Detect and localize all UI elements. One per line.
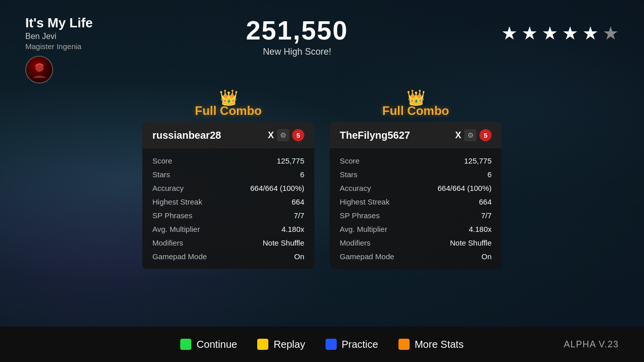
version-label: ALPHA V.23 <box>564 339 619 350</box>
replay-button[interactable]: Replay <box>257 339 305 350</box>
toolbar: Continue Replay Practice More Stats ALPH… <box>0 327 644 362</box>
player-1-header: russianbear28 X ⚙ 5 <box>142 122 314 148</box>
star-2: ★ <box>521 23 538 44</box>
stat-label: SP Phrases <box>340 211 380 220</box>
practice-label: Practice <box>342 339 378 350</box>
stat-row: Score 125,775 <box>152 156 304 165</box>
stat-label: Score <box>340 156 359 165</box>
song-charter: Magister Ingenia <box>25 42 93 51</box>
badge-gear-2: ⚙ <box>464 129 476 141</box>
star-5: ★ <box>582 23 598 44</box>
practice-dot <box>326 339 337 350</box>
player-2-badges: X ⚙ 5 <box>455 129 492 141</box>
stat-label: SP Phrases <box>152 211 192 220</box>
stat-value: 664 <box>479 197 492 206</box>
stat-row: Avg. Multiplier 4.180x <box>340 225 492 233</box>
stat-label: Highest Streak <box>340 197 389 206</box>
star-4: ★ <box>562 23 578 44</box>
stat-label: Accuracy <box>152 184 184 192</box>
stat-label: Stars <box>340 170 357 179</box>
stat-row: SP Phrases 7/7 <box>340 211 492 220</box>
stat-value: 664/664 (100%) <box>250 184 304 192</box>
full-combo-text-2: Full Combo <box>382 104 449 117</box>
continue-dot <box>180 339 191 350</box>
stat-label: Score <box>152 156 172 165</box>
player-2-card: TheFilyng5627 X ⚙ 5 Score 125,775 <box>330 122 502 269</box>
stat-row: Gamepad Mode On <box>152 252 304 261</box>
more-stats-dot <box>398 339 410 350</box>
continue-label: Continue <box>196 339 237 350</box>
stat-value: 664 <box>292 197 304 206</box>
stat-label: Stars <box>152 170 170 179</box>
stat-row: Modifiers Note Shuffle <box>340 238 492 247</box>
stat-label: Modifiers <box>340 238 371 247</box>
stat-value: 125,775 <box>464 156 492 165</box>
stars-container: ★ ★ ★ ★ ★ ★ <box>501 15 619 44</box>
stat-value: Note Shuffle <box>263 238 304 247</box>
badge-num-2: 5 <box>479 129 492 141</box>
stat-row: Highest Streak 664 <box>340 197 492 206</box>
stat-row: Avg. Multiplier 4.180x <box>152 225 304 233</box>
stat-label: Highest Streak <box>152 197 202 206</box>
stat-label: Gamepad Mode <box>340 252 394 261</box>
stat-row: Gamepad Mode On <box>340 252 492 261</box>
player-1-column: 👑 Full Combo russianbear28 X ⚙ 5 <box>142 89 314 269</box>
stat-row: SP Phrases 7/7 <box>152 211 304 220</box>
song-info: It's My Life Ben Jevi Magister Ingenia <box>25 15 93 84</box>
stat-row: Highest Streak 664 <box>152 197 304 206</box>
continue-button[interactable]: Continue <box>180 339 237 350</box>
stat-value: 6 <box>300 170 304 179</box>
song-artist: Ben Jevi <box>25 32 93 41</box>
stat-row: Modifiers Note Shuffle <box>152 238 304 247</box>
stat-value: 664/664 (100%) <box>437 184 492 192</box>
score-center: 251,550 New High Score! <box>246 15 348 57</box>
stat-label: Avg. Multiplier <box>340 225 387 233</box>
player-2-full-combo: 👑 Full Combo <box>330 89 502 118</box>
replay-label: Replay <box>273 339 305 350</box>
stat-value: 7/7 <box>481 211 492 220</box>
player-2-name: TheFilyng5627 <box>340 130 410 141</box>
stat-value: 4.180x <box>469 225 492 233</box>
player-1-stats: Score 125,775 Stars 6 Accuracy 664/664 (… <box>142 148 314 269</box>
player-2-stats: Score 125,775 Stars 6 Accuracy 664/664 (… <box>330 148 502 269</box>
replay-dot <box>257 339 268 350</box>
badge-x-2: X <box>455 130 461 141</box>
player-1-badges: X ⚙ 5 <box>268 129 304 141</box>
song-text: It's My Life Ben Jevi Magister Ingenia <box>25 15 93 84</box>
practice-button[interactable]: Practice <box>326 339 378 350</box>
player-1-card: russianbear28 X ⚙ 5 Score 125,775 <box>142 122 314 269</box>
stat-label: Accuracy <box>340 184 371 192</box>
stat-row: Stars 6 <box>340 170 492 179</box>
score-value: 251,550 <box>246 15 348 46</box>
score-label: New High Score! <box>246 47 348 57</box>
stat-row: Accuracy 664/664 (100%) <box>340 184 492 192</box>
stat-label: Avg. Multiplier <box>152 225 200 233</box>
full-combo-text-1: Full Combo <box>195 104 262 117</box>
stat-value: 4.180x <box>281 225 304 233</box>
player-1-full-combo: 👑 Full Combo <box>142 89 314 118</box>
badge-num-1: 5 <box>292 129 304 141</box>
stat-row: Score 125,775 <box>340 156 492 165</box>
avatar <box>25 56 53 84</box>
header: It's My Life Ben Jevi Magister Ingenia 2… <box>0 0 644 84</box>
stat-value: 6 <box>488 170 492 179</box>
stat-row: Accuracy 664/664 (100%) <box>152 184 304 192</box>
stat-value: 125,775 <box>277 156 304 165</box>
stat-value: Note Shuffle <box>450 238 492 247</box>
more-stats-button[interactable]: More Stats <box>398 339 464 350</box>
stat-label: Gamepad Mode <box>152 252 207 261</box>
star-3: ★ <box>542 23 558 44</box>
stat-label: Modifiers <box>152 238 183 247</box>
star-1: ★ <box>501 23 517 44</box>
stat-value: 7/7 <box>294 211 304 220</box>
song-title: It's My Life <box>25 15 93 31</box>
more-stats-label: More Stats <box>415 339 464 350</box>
player-1-name: russianbear28 <box>152 130 221 141</box>
star-6: ★ <box>602 23 619 44</box>
badge-gear-1: ⚙ <box>277 129 289 141</box>
player-2-header: TheFilyng5627 X ⚙ 5 <box>330 122 502 148</box>
players-area: 👑 Full Combo russianbear28 X ⚙ 5 <box>0 84 644 269</box>
stat-row: Stars 6 <box>152 170 304 179</box>
badge-x-1: X <box>268 130 274 141</box>
stat-value: On <box>294 252 304 261</box>
